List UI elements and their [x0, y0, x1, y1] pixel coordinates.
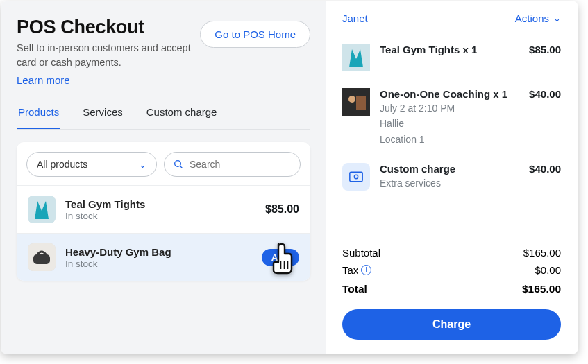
svg-rect-4 — [33, 254, 50, 264]
total-row: Total $165.00 — [342, 280, 561, 298]
product-stock: In stock — [65, 211, 265, 221]
pos-checkout-app: POS Checkout Sell to in-person customers… — [1, 1, 578, 354]
svg-point-7 — [348, 96, 355, 103]
product-info: Teal Gym Tights In stock — [65, 198, 265, 221]
chevron-down-icon: ⌄ — [139, 159, 146, 170]
total-value: $165.00 — [522, 283, 561, 295]
line-thumb-icon — [342, 44, 370, 71]
search-field[interactable] — [164, 152, 301, 177]
line-datetime: July 2 at 2:10 PM — [380, 101, 519, 115]
chevron-down-icon: ⌄ — [553, 13, 561, 24]
subtotal-row: Subtotal $165.00 — [342, 244, 561, 261]
total-label: Total — [342, 283, 367, 295]
category-dropdown[interactable]: All products ⌄ — [26, 152, 157, 177]
product-name: Heavy-Duty Gym Bag — [65, 246, 262, 258]
line-note: Extra services — [380, 176, 519, 190]
tab-custom-charge[interactable]: Custom charge — [145, 106, 219, 129]
search-input[interactable] — [190, 159, 292, 170]
svg-line-1 — [180, 166, 182, 168]
left-panel: POS Checkout Sell to in-person customers… — [1, 1, 326, 354]
product-thumb-icon — [28, 196, 56, 223]
cart-header: Janet Actions ⌄ — [342, 12, 561, 24]
go-to-pos-home-button[interactable]: Go to POS Home — [200, 21, 310, 48]
line-price: $40.00 — [529, 88, 561, 100]
line-info: Teal Gym Tights x 1 — [380, 44, 519, 55]
svg-rect-9 — [350, 172, 362, 181]
add-product-button[interactable]: Add — [262, 249, 299, 266]
product-price: $85.00 — [265, 203, 299, 216]
actions-menu[interactable]: Actions ⌄ — [515, 12, 561, 24]
line-title: Custom charge — [380, 163, 519, 175]
cart-line[interactable]: Teal Gym Tights x 1 $85.00 — [342, 44, 561, 71]
tax-row: Tax i $0.00 — [342, 261, 561, 279]
page-title: POS Checkout — [17, 17, 197, 38]
line-title: One-on-One Coaching x 1 — [380, 88, 519, 100]
custom-charge-icon — [342, 163, 370, 191]
tab-services[interactable]: Services — [81, 106, 124, 129]
cart-lines: Teal Gym Tights x 1 $85.00 One-on-One Co… — [342, 44, 561, 191]
svg-rect-8 — [356, 96, 366, 110]
line-title: Teal Gym Tights x 1 — [380, 44, 519, 55]
line-info: Custom charge Extra services — [380, 163, 519, 190]
tax-label: Tax — [342, 264, 358, 276]
line-staff: Hallie — [380, 116, 519, 130]
header-row: POS Checkout Sell to in-person customers… — [17, 17, 310, 87]
products-panel: All products ⌄ Teal Gym Tights In stock — [17, 142, 310, 281]
svg-point-0 — [175, 161, 181, 167]
line-price: $40.00 — [529, 163, 561, 175]
product-info: Heavy-Duty Gym Bag In stock — [65, 246, 262, 269]
line-price: $85.00 — [529, 44, 561, 55]
totals: Subtotal $165.00 Tax i $0.00 Total $165.… — [342, 227, 561, 340]
line-info: One-on-One Coaching x 1 July 2 at 2:10 P… — [380, 88, 519, 146]
line-location: Location 1 — [380, 132, 519, 146]
learn-more-link[interactable]: Learn more — [17, 74, 70, 86]
tax-value: $0.00 — [535, 264, 561, 276]
product-thumb-icon — [28, 243, 56, 271]
subtotal-value: $165.00 — [523, 247, 561, 259]
filter-row: All products ⌄ — [17, 152, 310, 185]
product-row[interactable]: Teal Gym Tights In stock $85.00 — [17, 185, 310, 233]
line-thumb-icon — [342, 88, 370, 116]
svg-point-10 — [354, 175, 358, 178]
customer-link[interactable]: Janet — [342, 12, 368, 24]
subtotal-label: Subtotal — [342, 247, 380, 259]
header-text: POS Checkout Sell to in-person customers… — [17, 17, 197, 87]
charge-button[interactable]: Charge — [342, 309, 561, 340]
cart-line[interactable]: Custom charge Extra services $40.00 — [342, 163, 561, 191]
tab-products[interactable]: Products — [17, 106, 60, 129]
dropdown-label: All products — [37, 159, 87, 170]
product-stock: In stock — [65, 259, 262, 269]
cart-line[interactable]: One-on-One Coaching x 1 July 2 at 2:10 P… — [342, 88, 561, 146]
cart-panel: Janet Actions ⌄ Teal Gym Tights x 1 $85.… — [326, 1, 578, 354]
page-subtitle: Sell to in-person customers and accept c… — [17, 41, 197, 70]
product-row[interactable]: Heavy-Duty Gym Bag In stock Add — [17, 233, 310, 281]
actions-label: Actions — [515, 12, 549, 24]
tabs: Products Services Custom charge — [17, 106, 310, 130]
product-name: Teal Gym Tights — [65, 198, 265, 210]
info-icon[interactable]: i — [361, 265, 371, 275]
search-icon — [173, 159, 184, 170]
